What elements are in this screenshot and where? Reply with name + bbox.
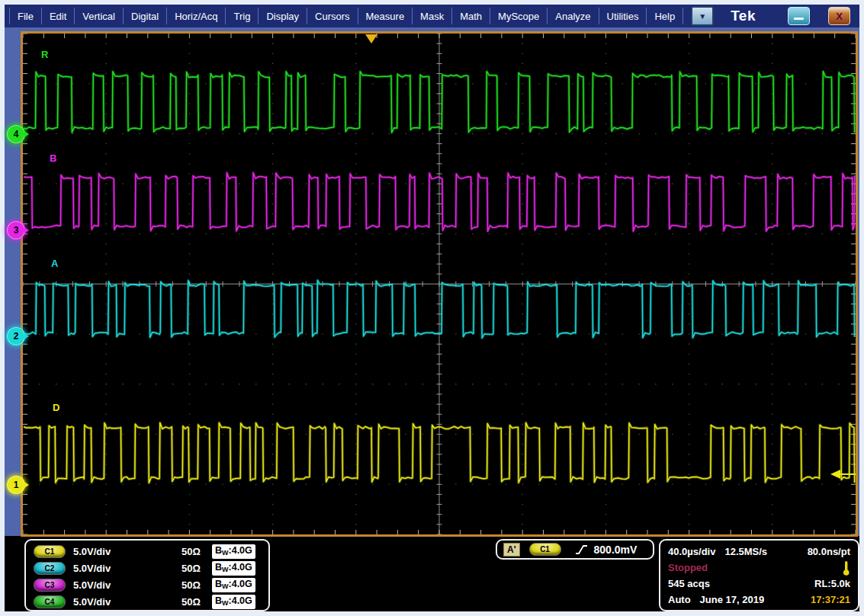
c2-impedance: 50Ω [181,563,212,574]
channel-readout-panel[interactable]: C1 5.0V/div 50Ω BW:4.0G C2 5.0V/div 50Ω … [24,539,270,611]
date-value: June 17, 2019 [700,594,765,605]
minimize-button[interactable] [788,7,810,25]
menu-trig[interactable]: Trig [226,8,259,24]
channel-badge-c3[interactable]: C3 [34,579,66,592]
chevron-down-icon: ▼ [699,12,706,21]
menu-help[interactable]: Help [647,8,683,24]
sample-rate-value: 12.5MS/s [724,546,767,557]
trigger-position-marker[interactable] [365,34,377,43]
wave-label-D: D [53,402,59,413]
minimize-icon [794,18,804,20]
c4-scale: 5.0V/div [73,596,181,608]
trigger-source-badge[interactable]: C1 [529,543,561,556]
c4-impedance: 50Ω [181,596,212,608]
trigger-mode-value: Auto [668,594,691,605]
menu-utilities[interactable]: Utilities [599,8,647,24]
acquisition-status-panel[interactable]: 40.0µs/div 12.5MS/s 80.0ns/pt Stopped 54… [659,539,859,611]
clock-value: 17:37:21 [811,594,850,605]
menu-bar: File Edit Vertical Digital Horiz/Acq Tri… [5,5,859,27]
rising-edge-icon [575,544,588,556]
point-resolution-value: 80.0ns/pt [808,546,850,557]
close-icon: X [836,11,843,22]
waveform-display [23,34,856,534]
menu-analyze[interactable]: Analyze [548,8,599,24]
channel-marker-2[interactable]: 2 [7,327,25,345]
tek-logo: Tek [731,8,756,24]
channel-badge-c1[interactable]: C1 [34,545,66,558]
trigger-readout-panel[interactable]: A' C1 800.0mV [496,539,654,560]
channel-marker-1[interactable]: 1 [7,476,25,494]
c2-scale: 5.0V/div [73,563,181,574]
c3-impedance: 50Ω [181,579,212,591]
oscilloscope-screen: File Edit Vertical Digital Horiz/Acq Tri… [0,0,864,616]
close-button[interactable]: X [828,7,850,25]
menu-display[interactable]: Display [259,8,307,24]
menu-file[interactable]: File [9,8,42,24]
channel-badge-c2[interactable]: C2 [34,562,66,575]
menu-mask[interactable]: Mask [413,8,452,24]
channel-marker-4[interactable]: 4 [7,125,25,143]
wave-label-A: A [51,258,58,269]
channel-readout-row-c4[interactable]: C4 5.0V/div 50Ω BW:4.0G [31,593,268,610]
thermometer-icon [842,560,850,576]
c1-impedance: 50Ω [181,546,212,557]
c1-scale: 5.0V/div [73,546,181,557]
channel-readout-row-c2[interactable]: C2 5.0V/div 50Ω BW:4.0G [31,560,268,576]
menu-edit[interactable]: Edit [42,8,75,24]
menu-math[interactable]: Math [452,8,490,24]
timebase-value: 40.0µs/div [668,546,715,557]
acquisitions-count: 545 acqs [668,578,710,589]
c3-bandwidth: BW:4.0G [212,578,255,592]
channel-readout-row-c3[interactable]: C3 5.0V/div 50Ω BW:4.0G [31,576,268,593]
wave-label-B: B [50,152,56,164]
acquisition-state: Stopped [668,562,708,573]
channel-marker-3[interactable]: 3 [7,221,25,239]
c1-bandwidth: BW:4.0G [212,544,255,559]
menu-horiz-acq[interactable]: Horiz/Acq [167,8,226,24]
c3-scale: 5.0V/div [73,579,181,591]
menu-vertical[interactable]: Vertical [75,8,124,24]
c4-bandwidth: BW:4.0G [212,595,255,609]
record-length-value: RL:5.0k [814,578,850,589]
menu-measure[interactable]: Measure [358,8,413,24]
channel-badge-c4[interactable]: C4 [34,595,66,608]
c2-bandwidth: BW:4.0G [212,561,255,576]
trigger-a-badge: A' [503,543,520,557]
menu-dropdown-button[interactable]: ▼ [691,6,714,26]
trigger-level-value: 800.0mV [594,544,638,556]
menu-cursors[interactable]: Cursors [307,8,358,24]
menu-digital[interactable]: Digital [124,8,167,24]
channel-readout-row-c1[interactable]: C1 5.0V/div 50Ω BW:4.0G [31,543,268,560]
wave-label-R: R [41,49,48,60]
menu-myscope[interactable]: MyScope [490,8,548,24]
